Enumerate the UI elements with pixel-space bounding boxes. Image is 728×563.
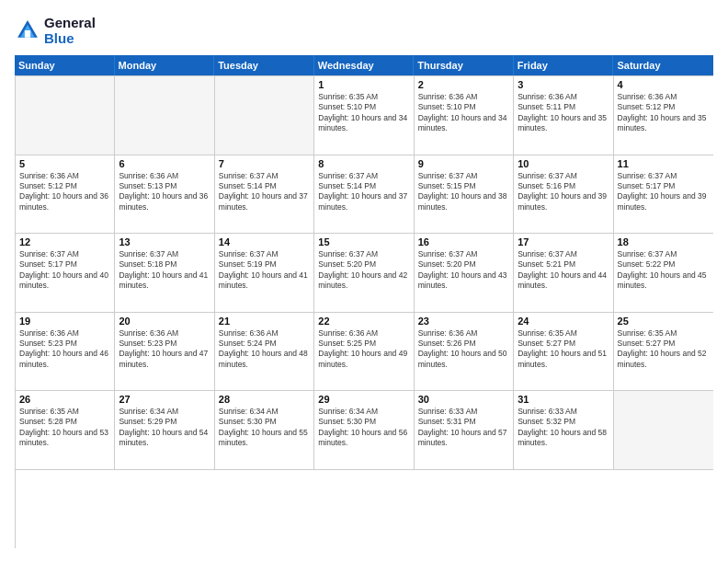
calendar-cell: 12Sunrise: 6:37 AM Sunset: 5:17 PM Dayli… — [16, 234, 115, 312]
day-number: 4 — [618, 79, 710, 90]
calendar: SundayMondayTuesdayWednesdayThursdayFrid… — [15, 55, 713, 548]
day-info: Sunrise: 6:36 AM Sunset: 5:11 PM Dayligh… — [518, 92, 609, 134]
calendar-cell: 13Sunrise: 6:37 AM Sunset: 5:18 PM Dayli… — [115, 234, 214, 312]
day-info: Sunrise: 6:36 AM Sunset: 5:24 PM Dayligh… — [219, 328, 310, 371]
day-info: Sunrise: 6:37 AM Sunset: 5:15 PM Dayligh… — [418, 171, 509, 213]
day-number: 19 — [19, 316, 110, 327]
calendar-cell: 1Sunrise: 6:35 AM Sunset: 5:10 PM Daylig… — [314, 76, 414, 155]
calendar-row: 26Sunrise: 6:35 AM Sunset: 5:28 PM Dayli… — [16, 391, 713, 470]
day-info: Sunrise: 6:37 AM Sunset: 5:22 PM Dayligh… — [618, 249, 710, 292]
day-number: 6 — [119, 158, 210, 169]
calendar-cell: 17Sunrise: 6:37 AM Sunset: 5:21 PM Dayli… — [514, 234, 613, 312]
day-number: 14 — [219, 236, 310, 247]
calendar-cell: 10Sunrise: 6:37 AM Sunset: 5:16 PM Dayli… — [514, 155, 613, 234]
day-info: Sunrise: 6:37 AM Sunset: 5:16 PM Dayligh… — [518, 171, 609, 213]
calendar-cell: 23Sunrise: 6:36 AM Sunset: 5:26 PM Dayli… — [415, 313, 514, 391]
calendar-cell: 2Sunrise: 6:36 AM Sunset: 5:10 PM Daylig… — [415, 76, 514, 155]
day-info: Sunrise: 6:37 AM Sunset: 5:14 PM Dayligh… — [219, 171, 310, 213]
day-info: Sunrise: 6:37 AM Sunset: 5:14 PM Dayligh… — [318, 171, 409, 213]
day-info: Sunrise: 6:36 AM Sunset: 5:23 PM Dayligh… — [19, 328, 110, 371]
weekday-header: Tuesday — [214, 55, 314, 75]
day-info: Sunrise: 6:34 AM Sunset: 5:30 PM Dayligh… — [318, 407, 409, 449]
calendar-cell: 20Sunrise: 6:36 AM Sunset: 5:23 PM Dayli… — [115, 313, 214, 391]
calendar-cell: 8Sunrise: 6:37 AM Sunset: 5:14 PM Daylig… — [314, 155, 414, 234]
calendar-cell — [16, 76, 115, 155]
weekday-header: Wednesday — [314, 55, 415, 75]
logo-text: General Blue — [44, 15, 96, 46]
day-number: 26 — [19, 394, 110, 405]
calendar-cell: 4Sunrise: 6:36 AM Sunset: 5:12 PM Daylig… — [614, 76, 713, 155]
calendar-cell: 25Sunrise: 6:35 AM Sunset: 5:27 PM Dayli… — [614, 313, 713, 391]
day-number: 11 — [618, 158, 710, 169]
calendar-cell: 27Sunrise: 6:34 AM Sunset: 5:29 PM Dayli… — [115, 391, 214, 469]
day-number: 27 — [119, 394, 210, 405]
day-number: 8 — [318, 158, 409, 169]
day-info: Sunrise: 6:37 AM Sunset: 5:17 PM Dayligh… — [618, 171, 710, 213]
calendar-cell: 15Sunrise: 6:37 AM Sunset: 5:20 PM Dayli… — [314, 234, 414, 312]
calendar-cell: 18Sunrise: 6:37 AM Sunset: 5:22 PM Dayli… — [614, 234, 713, 312]
day-number: 31 — [518, 394, 609, 405]
svg-rect-2 — [25, 30, 30, 38]
day-info: Sunrise: 6:34 AM Sunset: 5:29 PM Dayligh… — [119, 407, 210, 449]
day-info: Sunrise: 6:37 AM Sunset: 5:21 PM Dayligh… — [518, 249, 609, 292]
day-info: Sunrise: 6:36 AM Sunset: 5:23 PM Dayligh… — [119, 328, 210, 371]
calendar-cell: 30Sunrise: 6:33 AM Sunset: 5:31 PM Dayli… — [415, 391, 514, 469]
page-header: General Blue — [15, 15, 713, 46]
calendar-cell: 19Sunrise: 6:36 AM Sunset: 5:23 PM Dayli… — [16, 313, 115, 391]
day-info: Sunrise: 6:36 AM Sunset: 5:26 PM Dayligh… — [418, 328, 509, 371]
day-info: Sunrise: 6:36 AM Sunset: 5:12 PM Dayligh… — [618, 92, 710, 134]
day-number: 9 — [418, 158, 509, 169]
day-number: 25 — [618, 316, 710, 327]
day-number: 12 — [19, 236, 110, 247]
day-info: Sunrise: 6:35 AM Sunset: 5:10 PM Dayligh… — [318, 92, 409, 134]
calendar-cell: 9Sunrise: 6:37 AM Sunset: 5:15 PM Daylig… — [415, 155, 514, 234]
calendar-cell: 3Sunrise: 6:36 AM Sunset: 5:11 PM Daylig… — [514, 76, 613, 155]
calendar-cell: 11Sunrise: 6:37 AM Sunset: 5:17 PM Dayli… — [614, 155, 713, 234]
day-number: 22 — [318, 316, 409, 327]
day-info: Sunrise: 6:37 AM Sunset: 5:17 PM Dayligh… — [19, 249, 110, 292]
day-number: 16 — [418, 236, 509, 247]
day-number: 2 — [418, 79, 509, 90]
day-info: Sunrise: 6:33 AM Sunset: 5:32 PM Dayligh… — [518, 407, 609, 449]
calendar-row: 12Sunrise: 6:37 AM Sunset: 5:17 PM Dayli… — [16, 234, 713, 313]
day-info: Sunrise: 6:36 AM Sunset: 5:13 PM Dayligh… — [119, 171, 210, 213]
day-number: 3 — [518, 79, 609, 90]
calendar-cell: 16Sunrise: 6:37 AM Sunset: 5:20 PM Dayli… — [415, 234, 514, 312]
calendar-row: 19Sunrise: 6:36 AM Sunset: 5:23 PM Dayli… — [16, 313, 713, 392]
day-number: 13 — [119, 236, 210, 247]
calendar-header: SundayMondayTuesdayWednesdayThursdayFrid… — [15, 55, 713, 75]
calendar-page: General Blue SundayMondayTuesdayWednesda… — [0, 0, 728, 563]
day-number: 29 — [318, 394, 409, 405]
calendar-cell: 6Sunrise: 6:36 AM Sunset: 5:13 PM Daylig… — [115, 155, 214, 234]
day-number: 5 — [19, 158, 110, 169]
weekday-header: Sunday — [15, 55, 115, 75]
day-info: Sunrise: 6:36 AM Sunset: 5:12 PM Dayligh… — [19, 171, 110, 213]
day-number: 21 — [219, 316, 310, 327]
day-number: 28 — [219, 394, 310, 405]
day-info: Sunrise: 6:33 AM Sunset: 5:31 PM Dayligh… — [418, 407, 509, 449]
day-number: 24 — [518, 316, 609, 327]
day-info: Sunrise: 6:36 AM Sunset: 5:10 PM Dayligh… — [418, 92, 509, 134]
weekday-header: Monday — [115, 55, 215, 75]
day-info: Sunrise: 6:37 AM Sunset: 5:18 PM Dayligh… — [119, 249, 210, 292]
calendar-row: 1Sunrise: 6:35 AM Sunset: 5:10 PM Daylig… — [16, 76, 713, 155]
day-info: Sunrise: 6:37 AM Sunset: 5:19 PM Dayligh… — [219, 249, 310, 292]
calendar-cell — [614, 391, 713, 469]
calendar-cell: 14Sunrise: 6:37 AM Sunset: 5:19 PM Dayli… — [215, 234, 314, 312]
calendar-cell: 7Sunrise: 6:37 AM Sunset: 5:14 PM Daylig… — [215, 155, 314, 234]
calendar-cell: 24Sunrise: 6:35 AM Sunset: 5:27 PM Dayli… — [514, 313, 613, 391]
calendar-cell: 21Sunrise: 6:36 AM Sunset: 5:24 PM Dayli… — [215, 313, 314, 391]
day-info: Sunrise: 6:35 AM Sunset: 5:27 PM Dayligh… — [518, 328, 609, 371]
day-number: 17 — [518, 236, 609, 247]
calendar-cell — [215, 76, 314, 155]
day-number: 30 — [418, 394, 509, 405]
day-number: 23 — [418, 316, 509, 327]
day-info: Sunrise: 6:35 AM Sunset: 5:28 PM Dayligh… — [19, 407, 110, 449]
day-info: Sunrise: 6:37 AM Sunset: 5:20 PM Dayligh… — [318, 249, 409, 292]
calendar-cell — [115, 76, 214, 155]
calendar-cell: 28Sunrise: 6:34 AM Sunset: 5:30 PM Dayli… — [215, 391, 314, 469]
day-number: 1 — [318, 79, 409, 90]
day-info: Sunrise: 6:37 AM Sunset: 5:20 PM Dayligh… — [418, 249, 509, 292]
day-number: 10 — [518, 158, 609, 169]
calendar-cell: 31Sunrise: 6:33 AM Sunset: 5:32 PM Dayli… — [514, 391, 613, 469]
